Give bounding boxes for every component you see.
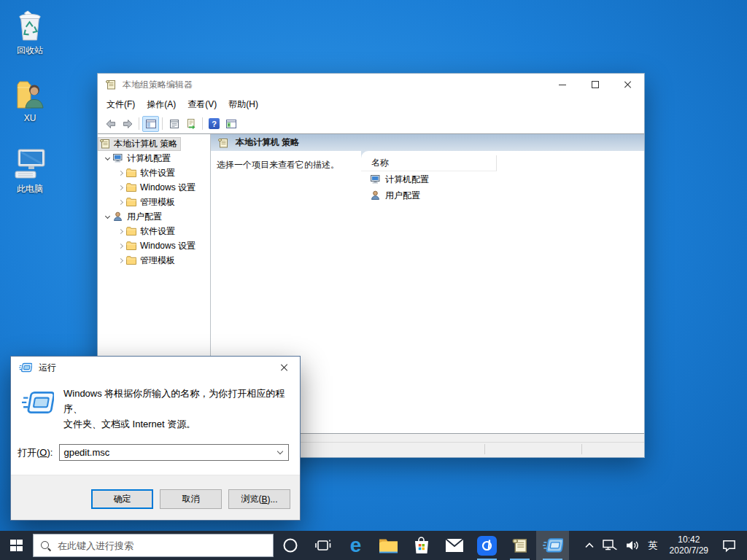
action-center-button[interactable] [715,531,747,560]
todesk-button[interactable] [471,531,503,560]
mail-button[interactable] [438,531,471,560]
run-close-button[interactable] [269,357,300,378]
policy-scroll-icon [99,138,111,149]
tree-item-user-admin-templates[interactable]: 管理模板 [98,253,210,268]
menu-view[interactable]: 查看(V) [182,96,222,113]
run-dialog-title: 运行 [39,362,56,374]
desktop: 回收站 XU 此电脑 [0,0,747,560]
standard-view-icon [225,118,237,130]
hidden-icons-button[interactable] [581,531,598,560]
desktop-icon-recycle-bin[interactable]: 回收站 [1,7,58,57]
cortana-button[interactable] [274,531,306,560]
chevron-right-icon[interactable] [115,244,125,248]
windows-logo-icon [10,540,23,552]
standard-view-button[interactable] [222,116,239,132]
microsoft-store-button[interactable] [405,531,438,560]
help-button[interactable]: ? [206,116,222,132]
back-button[interactable] [102,116,119,132]
search-icon [40,540,51,551]
console-tree-icon [145,118,157,130]
tree-item-local-policy[interactable]: 本地计算机 策略 [98,136,210,151]
network-icon [602,539,618,552]
maximize-button[interactable] [578,74,611,96]
browse-button[interactable]: 浏览(B)... [228,489,290,509]
task-view-button[interactable] [306,531,339,560]
run-command-input[interactable] [60,447,272,458]
desktop-icon-user-folder[interactable]: XU [1,76,58,123]
minimize-button[interactable] [546,74,578,96]
tree-item-computer-windows-settings[interactable]: Windows 设置 [98,180,210,195]
tree-item-user-config[interactable]: 用户配置 [98,209,210,224]
run-icon [543,537,563,554]
start-button[interactable] [0,531,33,560]
volume-button[interactable] [622,531,643,560]
menu-file[interactable]: 文件(F) [101,96,141,113]
toolbar-separator [202,117,203,130]
clock-date: 2020/7/29 [670,545,708,556]
gpedit-titlebar[interactable]: 本地组策略编辑器 [98,74,644,96]
forward-button[interactable] [119,116,136,132]
desktop-icon-label: XU [1,113,58,123]
run-dialog: 运行 Windows 将根据你所输入的名称，为你打开相应的程序、 文件夹、文档或… [10,356,301,521]
menu-action[interactable]: 操作(A) [141,96,182,113]
chevron-right-icon[interactable] [115,230,125,233]
close-icon [624,80,632,89]
chevron-right-icon[interactable] [115,171,125,175]
properties-icon [169,118,180,130]
cortana-icon [282,537,298,553]
gpedit-taskbar-button[interactable] [503,531,536,560]
gpedit-menubar: 文件(F) 操作(A) 查看(V) 帮助(H) [98,96,644,114]
edge-icon: e [350,535,362,556]
ime-indicator[interactable]: 英 [643,539,663,552]
recycle-bin-icon [1,7,58,42]
tree-item-user-software-settings[interactable]: 软件设置 [98,224,210,238]
edge-button[interactable]: e [339,531,372,560]
tree-item-label: 计算机配置 [127,152,171,165]
minimize-icon [559,85,566,85]
file-explorer-button[interactable] [372,531,405,560]
gpedit-toolbar: ? [98,114,644,133]
desktop-icon-this-pc[interactable]: 此电脑 [1,146,58,195]
list-item-user-config[interactable]: 用户配置 [361,187,644,203]
chevron-right-icon[interactable] [115,186,125,190]
tree-item-computer-software-settings[interactable]: 软件设置 [98,166,210,180]
menu-help[interactable]: 帮助(H) [222,96,264,113]
run-taskbar-button[interactable] [536,531,569,560]
close-button[interactable] [611,74,644,96]
properties-button[interactable] [166,116,182,132]
list-item-computer-config[interactable]: 计算机配置 [361,171,644,187]
mail-icon [445,538,464,553]
run-dialog-body: Windows 将根据你所输入的名称，为你打开相应的程序、 文件夹、文档或 In… [11,378,300,432]
chevron-down-icon[interactable] [102,216,112,218]
cancel-button[interactable]: 取消 [160,489,222,509]
combobox-dropdown-icon[interactable] [272,451,288,454]
name-column-header[interactable]: 名称 [361,155,497,171]
computer-config-icon [370,174,382,185]
tree-item-label: Windows 设置 [140,182,196,194]
items-list: 名称 计算机配置 用户配置 [361,151,644,433]
chevron-right-icon[interactable] [115,201,125,204]
close-icon [280,363,289,372]
chevron-right-icon[interactable] [115,259,125,262]
help-icon: ? [209,118,220,129]
chevron-down-icon[interactable] [102,158,112,160]
ok-button[interactable]: 确定 [91,489,153,509]
tree-item-computer-admin-templates[interactable]: 管理模板 [98,195,210,209]
tree-item-label: 管理模板 [140,254,175,267]
todesk-icon [477,536,497,556]
tree-item-label: Windows 设置 [140,240,196,252]
run-command-combobox[interactable] [59,444,289,461]
tree-item-user-windows-settings[interactable]: Windows 设置 [98,238,210,253]
taskbar-search-box[interactable] [33,534,274,557]
user-config-icon [370,190,382,201]
network-button[interactable] [598,531,622,560]
show-console-tree-button[interactable] [142,116,159,132]
statusbar-pane-divider [484,444,485,454]
export-list-button[interactable] [182,116,199,132]
export-list-icon [185,118,197,130]
task-view-icon [314,537,332,553]
tree-item-computer-config[interactable]: 计算机配置 [98,151,210,166]
taskbar-clock[interactable]: 10:42 2020/7/29 [663,534,715,556]
run-dialog-titlebar[interactable]: 运行 [11,357,300,378]
search-input[interactable] [58,540,266,551]
